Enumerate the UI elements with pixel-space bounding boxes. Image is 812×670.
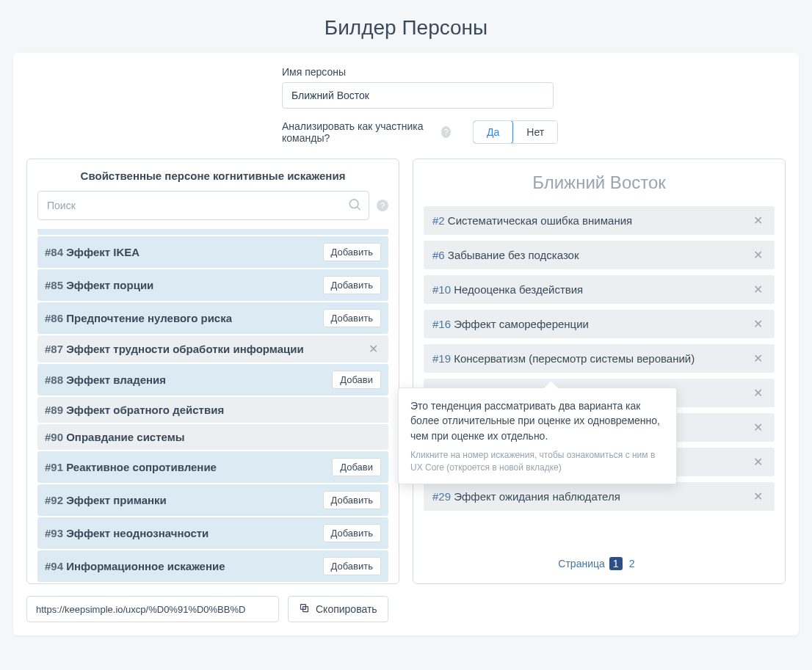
columns: Свойственные персоне когнитивные искажен…	[26, 159, 786, 584]
analyze-label-text: Анализировать как участника команды?	[282, 120, 437, 144]
list-item-label: #91 Реактивное сопротивление	[45, 461, 217, 473]
svg-point-0	[349, 200, 358, 208]
persona-bias-label: #10 Недооценка бездействия	[432, 283, 583, 296]
remove-icon[interactable]: ✕	[750, 386, 766, 400]
copy-button-label: Скопировать	[316, 603, 377, 615]
list-item[interactable]: #84 Эффект IKEAДобавить	[37, 236, 388, 268]
persona-bias-item[interactable]: #2 Систематическая ошибка внимания✕	[424, 206, 775, 235]
share-url-input[interactable]	[26, 596, 279, 622]
persona-bias-label: #2 Систематическая ошибка внимания	[432, 214, 632, 227]
biases-panel-title: Свойственные персоне когнитивные искажен…	[27, 159, 399, 191]
search-input[interactable]	[37, 191, 369, 220]
list-item-label: #86 Предпочтение нулевого риска	[45, 312, 232, 324]
persona-panel: Ближний Восток #2 Систематическая ошибка…	[413, 159, 786, 584]
pagination: Страница 12	[413, 547, 785, 583]
list-item-label: #89 Эффект обратного действия	[45, 404, 224, 416]
persona-bias-label: #29 Эффект ожидания наблюдателя	[432, 490, 620, 503]
persona-bias-item[interactable]: #29 Эффект ожидания наблюдателя✕	[424, 482, 775, 511]
remove-icon[interactable]: ✕	[366, 342, 381, 356]
add-button[interactable]: Добавить	[323, 491, 381, 509]
list-item[interactable]: #92 Эффект приманкиДобавить	[37, 484, 388, 516]
list-item[interactable]: #89 Эффект обратного действия	[37, 397, 388, 423]
persona-panel-title: Ближний Восток	[413, 159, 785, 206]
remove-icon[interactable]: ✕	[750, 248, 766, 262]
add-button[interactable]: Добавить	[323, 309, 381, 327]
add-button[interactable]: Добави	[332, 458, 381, 476]
remove-icon[interactable]: ✕	[750, 352, 766, 365]
remove-icon[interactable]: ✕	[750, 317, 766, 331]
page-button[interactable]: 2	[626, 557, 639, 570]
help-icon[interactable]: ?	[441, 126, 451, 138]
persona-bias-label: #16 Эффект самореференции	[432, 318, 589, 330]
analyze-no-button[interactable]: Нет	[512, 121, 557, 143]
remove-icon[interactable]: ✕	[750, 420, 766, 434]
biases-list[interactable]: #84 Эффект IKEAДобавить#85 Эффект порции…	[27, 229, 399, 583]
persona-name-input[interactable]	[282, 82, 554, 109]
add-button[interactable]: Добави	[332, 371, 381, 389]
add-button[interactable]: Добавить	[323, 524, 381, 542]
list-item-label: #85 Эффект порции	[45, 279, 153, 291]
list-item-label: #87 Эффект трудности обработки информаци…	[45, 343, 304, 355]
tooltip-body: Это тенденция рассматривать два варианта…	[410, 398, 664, 443]
bias-tooltip: Это тенденция рассматривать два варианта…	[398, 387, 677, 484]
list-item[interactable]: #88 Эффект владенияДобави	[37, 364, 388, 396]
list-item-label: #94 Информационное искажение	[45, 560, 225, 572]
remove-icon[interactable]: ✕	[750, 283, 766, 296]
remove-icon[interactable]: ✕	[750, 214, 766, 227]
list-item-label: #90 Оправдание системы	[45, 431, 185, 443]
persona-bias-label: #6 Забывание без подсказок	[432, 249, 579, 261]
svg-line-1	[358, 207, 360, 210]
footer-row: Скопировать	[26, 596, 786, 622]
list-item-label: #88 Эффект владения	[45, 374, 166, 386]
list-item[interactable]: #85 Эффект порцииДобавить	[37, 269, 388, 301]
list-item-label: #84 Эффект IKEA	[45, 246, 139, 258]
list-item-label: #92 Эффект приманки	[45, 494, 167, 506]
page-button[interactable]: 1	[609, 557, 623, 570]
list-item[interactable]: #86 Предпочтение нулевого рискаДобавить	[37, 302, 388, 334]
page-title: Билдер Персоны	[13, 0, 799, 53]
list-item-label: #93 Эффект неоднозначности	[45, 527, 209, 539]
persona-biases-list: #2 Систематическая ошибка внимания✕#6 За…	[413, 206, 785, 547]
list-item[interactable]: #93 Эффект неоднозначностиДобавить	[37, 517, 388, 549]
analyze-label: Анализировать как участника команды? ?	[282, 120, 451, 144]
main-card: Имя персоны Анализировать как участника …	[13, 53, 799, 636]
add-button[interactable]: Добавить	[323, 243, 381, 261]
copy-icon	[299, 602, 310, 616]
tooltip-hint: Кликните на номер искажения, чтобы ознак…	[410, 449, 664, 474]
analyze-yes-button[interactable]: Да	[473, 120, 513, 144]
list-item[interactable]: #94 Информационное искажениеДобавить	[37, 550, 388, 582]
persona-name-label: Имя персоны	[282, 66, 756, 78]
biases-panel: Свойственные персоне когнитивные искажен…	[26, 159, 399, 584]
persona-bias-item[interactable]: #10 Недооценка бездействия✕	[424, 275, 775, 304]
add-button[interactable]: Добавить	[323, 276, 381, 294]
remove-icon[interactable]: ✕	[750, 489, 766, 503]
persona-form: Имя персоны Анализировать как участника …	[26, 66, 786, 144]
list-item[interactable]: #87 Эффект трудности обработки информаци…	[37, 335, 388, 363]
search-icon	[347, 197, 362, 214]
list-item[interactable]: #91 Реактивное сопротивлениеДобави	[37, 451, 388, 483]
pagination-label: Страница	[558, 558, 604, 569]
analyze-toggle: Да Нет	[473, 120, 558, 144]
persona-bias-item[interactable]: #16 Эффект самореференции✕	[424, 310, 775, 338]
copy-button[interactable]: Скопировать	[288, 596, 388, 622]
persona-bias-item[interactable]: #19 Консерватизм (пересмотр системы веро…	[424, 344, 775, 373]
list-item[interactable]: #90 Оправдание системы	[37, 424, 388, 450]
add-button[interactable]: Добавить	[323, 557, 381, 575]
list-item	[37, 229, 388, 235]
remove-icon[interactable]: ✕	[750, 455, 766, 469]
search-help-icon[interactable]: ?	[377, 200, 388, 211]
persona-bias-label: #19 Консерватизм (пересмотр системы веро…	[432, 352, 695, 365]
persona-bias-item[interactable]: #6 Забывание без подсказок✕	[424, 241, 775, 269]
